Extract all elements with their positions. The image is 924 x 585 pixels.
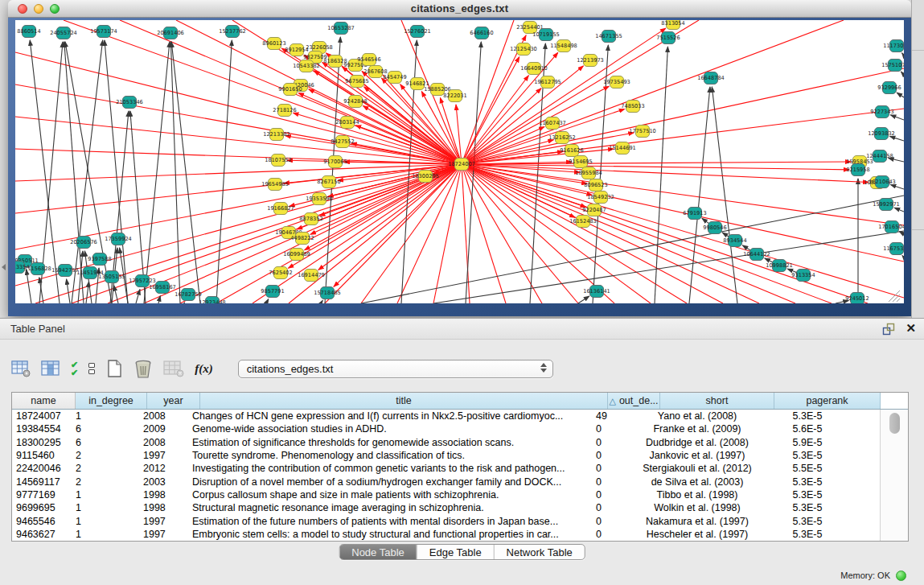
table-cell[interactable]: 1997 [139, 529, 188, 540]
table-row[interactable]: 946362711997Embryonic stem cells: a mode… [12, 528, 879, 541]
table-cell[interactable]: Tourette syndrome. Phenomenology and cla… [188, 450, 592, 461]
float-panel-icon[interactable] [882, 323, 895, 336]
table-cell[interactable]: 0 [592, 437, 640, 448]
table-cell[interactable]: 18300295 [12, 437, 72, 448]
table-cell[interactable]: 0 [592, 489, 640, 501]
column-header-short[interactable]: short [660, 393, 774, 409]
table-cell[interactable]: Genome-wide association studies in ADHD. [188, 423, 592, 435]
table-cell[interactable]: 5.3E-5 [754, 450, 860, 461]
row-height-icon[interactable] [88, 358, 95, 379]
table-cell[interactable]: Yano et al. (2008) [640, 410, 754, 422]
table-cell[interactable]: 1998 [139, 489, 188, 501]
table-row[interactable]: 977716911998Corpus callosum shape and si… [12, 488, 879, 501]
close-panel-icon[interactable]: ✕ [906, 321, 916, 336]
table-cell[interactable]: Stergiakouli et al. (2012) [640, 463, 754, 474]
table-cell[interactable]: 19384554 [12, 423, 72, 435]
table-cell[interactable]: 1 [72, 489, 139, 501]
table-cell[interactable]: 9115460 [12, 450, 72, 461]
table-cell[interactable]: Jankovic et al. (1997) [640, 450, 754, 461]
table-cell[interactable]: 5.9E-5 [754, 437, 860, 448]
table-cell[interactable]: 0 [592, 529, 640, 540]
table-cell[interactable]: 0 [592, 423, 640, 435]
table-cell[interactable]: 5.3E-5 [754, 410, 860, 422]
table-cell[interactable]: 2008 [139, 410, 188, 422]
table-cell[interactable]: Franke et al. (2009) [640, 423, 754, 435]
column-header-out_de[interactable]: △out_de... [608, 393, 660, 409]
column-header-name[interactable]: name [12, 393, 76, 409]
table-cell[interactable]: 0 [592, 476, 640, 488]
panel-collapse-arrow-icon[interactable] [2, 264, 6, 270]
table-cell[interactable]: 0 [592, 463, 640, 474]
memory-status-icon[interactable] [896, 571, 906, 581]
table-cell[interactable]: 2008 [139, 437, 188, 448]
table-cell[interactable]: 1 [72, 529, 139, 540]
table-cell[interactable]: Estimation of significance thresholds fo… [188, 437, 592, 448]
table-cell[interactable]: 9465546 [12, 516, 72, 527]
table-cell[interactable]: 6 [72, 423, 139, 435]
table-cell[interactable]: Structural magnetic resonance image aver… [188, 502, 592, 513]
column-header-pagerank[interactable]: pagerank [774, 393, 881, 409]
table-row[interactable]: 946554611997Estimation of the future num… [12, 514, 879, 527]
table-cell[interactable]: 1 [72, 410, 139, 422]
table-cell[interactable]: 1 [72, 502, 139, 513]
table-cell[interactable]: 18724007 [12, 410, 72, 422]
network-graph[interactable]: 1872400789601238912954232260589827509105… [15, 20, 904, 303]
table-cell[interactable]: de Silva et al. (2003) [640, 476, 754, 488]
table-row[interactable]: 1456911722003Disruption of a novel membe… [12, 475, 879, 488]
table-cell[interactable]: 0 [592, 450, 640, 461]
table-cell[interactable]: Changes of HCN gene expression and I(f) … [188, 410, 592, 422]
tab-node-table[interactable]: Node Table [339, 545, 417, 559]
table-cell[interactable]: 2 [72, 450, 139, 461]
table-cell[interactable]: Disruption of a novel member of a sodium… [188, 476, 592, 488]
table-cell[interactable]: 2 [72, 476, 139, 488]
table-cell[interactable]: 6 [72, 437, 139, 448]
table-cell[interactable]: 5.3E-5 [754, 516, 860, 527]
table-cell[interactable]: Dudbridge et al. (2008) [640, 437, 754, 448]
table-cell[interactable]: 5.3E-5 [754, 489, 860, 501]
network-window-titlebar[interactable]: citations_edges.txt [8, 0, 911, 18]
table-cell[interactable]: Tibbo et al. (1998) [640, 489, 754, 501]
table-cell[interactable]: Embryonic stem cells: a model to study s… [188, 529, 592, 540]
function-builder-icon[interactable]: f(x) [195, 358, 213, 379]
table-cell[interactable]: 5.5E-5 [754, 463, 860, 474]
table-cell[interactable]: 1998 [139, 502, 188, 513]
scrollbar-thumb[interactable] [889, 413, 900, 434]
table-row[interactable]: 2242004622012Investigating the contribut… [12, 462, 879, 475]
column-header-year[interactable]: year [147, 393, 200, 409]
column-header-title[interactable]: title [200, 393, 608, 409]
table-cell[interactable]: 0 [592, 516, 640, 527]
table-cell[interactable]: 5.6E-5 [754, 423, 860, 435]
table-cell[interactable]: Corpus callosum shape and size in male p… [188, 489, 592, 501]
delete-table-icon[interactable] [133, 358, 153, 379]
table-row[interactable]: 1938455462009Genome-wide association stu… [12, 422, 879, 435]
table-cell[interactable]: 22420046 [12, 463, 72, 474]
tab-network-table[interactable]: Network Table [494, 545, 585, 559]
network-canvas[interactable]: 1872400789601238912954232260589827509105… [15, 20, 904, 303]
show-columns-icon[interactable] [41, 358, 60, 379]
table-cell[interactable]: Investigating the contribution of common… [188, 463, 592, 474]
import-table-icon[interactable] [163, 358, 184, 379]
tab-edge-table[interactable]: Edge Table [417, 545, 494, 559]
table-cell[interactable]: 9777169 [12, 489, 72, 501]
table-cell[interactable]: 5.3E-5 [754, 476, 860, 488]
table-cell[interactable]: Hescheler et al. (1997) [640, 529, 754, 540]
table-cell[interactable]: 1997 [139, 516, 188, 527]
table-mode-icon[interactable] [11, 358, 31, 379]
table-cell[interactable]: Nakamura et al. (1997) [640, 516, 754, 527]
column-header-in_degree[interactable]: in_degree [76, 393, 147, 409]
table-cell[interactable]: 9463627 [12, 529, 72, 540]
table-cell[interactable]: 2003 [139, 476, 188, 488]
table-row[interactable]: 1830029562008Estimation of significance … [12, 436, 879, 449]
table-cell[interactable]: 14569117 [12, 476, 72, 488]
table-cell[interactable]: 5.3E-5 [754, 502, 860, 513]
table-cell[interactable]: 49 [592, 410, 640, 422]
table-select-dropdown[interactable]: citations_edges.txt [238, 360, 553, 378]
table-scrollbar[interactable] [880, 410, 908, 541]
new-table-icon[interactable] [105, 358, 123, 379]
table-cell[interactable]: 2 [72, 463, 139, 474]
table-row[interactable]: 1872400712008Changes of HCN gene express… [12, 410, 879, 422]
table-cell[interactable]: 1 [72, 516, 139, 527]
table-cell[interactable]: 5.3E-5 [754, 529, 860, 540]
table-cell[interactable]: Estimation of the future numbers of pati… [188, 516, 592, 527]
table-row[interactable]: 969969511998Structural magnetic resonanc… [12, 501, 879, 514]
